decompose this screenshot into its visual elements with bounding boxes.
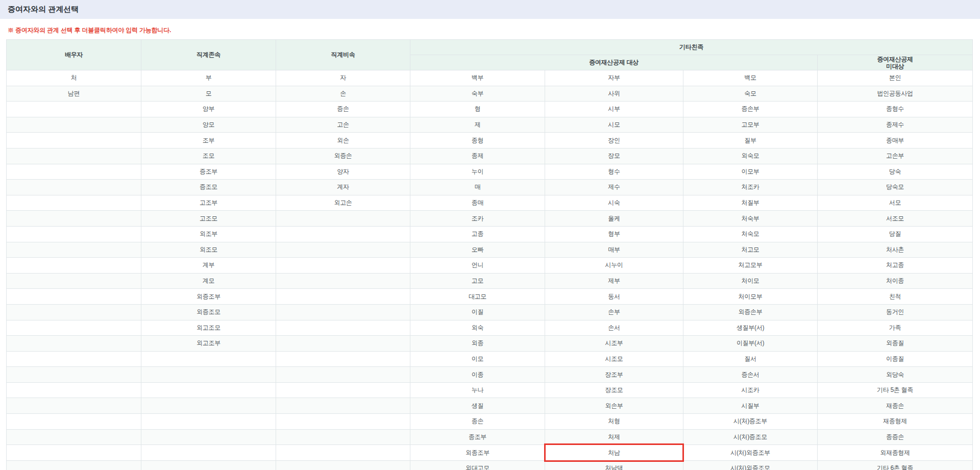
relation-cell[interactable]: 고모 xyxy=(410,273,545,289)
relation-cell[interactable]: 처고종 xyxy=(818,258,973,274)
relation-cell[interactable]: 시(처)외증조부 xyxy=(683,445,818,461)
relation-cell[interactable]: 외손부 xyxy=(545,398,683,414)
relation-cell[interactable]: 당질 xyxy=(818,226,973,242)
relation-cell[interactable]: 가족 xyxy=(818,320,973,336)
relation-cell[interactable]: 조부 xyxy=(141,133,276,149)
relation-cell[interactable]: 외증손 xyxy=(276,148,410,164)
relation-cell[interactable]: 조카 xyxy=(410,211,545,227)
relation-cell[interactable]: 시누이 xyxy=(545,258,683,274)
relation-cell[interactable]: 처숙부 xyxy=(683,211,818,227)
relation-cell[interactable]: 외증조모 xyxy=(141,304,276,320)
relation-cell[interactable]: 기타 5촌 혈족 xyxy=(818,382,973,398)
relation-cell[interactable]: 제수 xyxy=(545,180,683,195)
relation-cell[interactable]: 외종조부 xyxy=(410,445,545,461)
relation-cell[interactable]: 제 xyxy=(410,117,545,133)
relation-cell[interactable]: 백모 xyxy=(683,70,818,86)
relation-cell[interactable]: 질부 xyxy=(683,133,818,149)
relation-cell[interactable]: 외재종형제 xyxy=(818,445,973,461)
relation-cell[interactable]: 처질부 xyxy=(683,195,818,211)
relation-cell[interactable]: 서모 xyxy=(818,195,973,211)
relation-cell[interactable]: 처숙모 xyxy=(683,226,818,242)
relation-cell[interactable]: 증조부 xyxy=(141,164,276,180)
relation-cell[interactable]: 종형 xyxy=(410,133,545,149)
relation-cell[interactable]: 처조카 xyxy=(683,180,818,195)
relation-cell[interactable]: 법인공동사업 xyxy=(818,86,973,102)
relation-cell[interactable]: 이모 xyxy=(410,351,545,367)
relation-cell[interactable]: 대고모 xyxy=(410,289,545,305)
relation-cell[interactable]: 시숙 xyxy=(545,195,683,211)
relation-cell[interactable]: 외숙모 xyxy=(683,148,818,164)
relation-cell[interactable]: 재종손 xyxy=(818,398,973,414)
relation-cell[interactable]: 계부 xyxy=(141,258,276,274)
relation-cell[interactable]: 증조모 xyxy=(141,180,276,195)
relation-cell[interactable]: 종제 xyxy=(410,148,545,164)
relation-cell[interactable]: 본인 xyxy=(818,70,973,86)
relation-cell[interactable]: 고조모 xyxy=(141,211,276,227)
relation-cell[interactable]: 양자 xyxy=(276,164,410,180)
relation-cell[interactable]: 이모부 xyxy=(683,164,818,180)
relation-cell[interactable]: 시조카 xyxy=(683,382,818,398)
relation-cell[interactable]: 질서 xyxy=(683,351,818,367)
relation-cell[interactable]: 종제수 xyxy=(818,117,973,133)
relation-cell[interactable]: 사위 xyxy=(545,86,683,102)
relation-cell[interactable]: 양모 xyxy=(141,117,276,133)
relation-cell[interactable]: 처제 xyxy=(545,429,683,445)
relation-cell[interactable]: 이질부(서) xyxy=(683,336,818,352)
relation-cell[interactable]: 매 xyxy=(410,180,545,195)
relation-cell[interactable]: 당숙모 xyxy=(818,180,973,195)
relation-cell[interactable]: 생질 xyxy=(410,398,545,414)
relation-cell[interactable]: 고모부 xyxy=(683,117,818,133)
relation-cell[interactable]: 시(처)증조모 xyxy=(683,429,818,445)
relation-cell[interactable]: 처이종 xyxy=(818,273,973,289)
relation-cell[interactable]: 처형 xyxy=(545,414,683,430)
relation-cell[interactable]: 종손 xyxy=(410,414,545,430)
relation-cell[interactable]: 손서 xyxy=(545,320,683,336)
relation-cell[interactable]: 동거인 xyxy=(818,304,973,320)
relation-cell[interactable]: 친척 xyxy=(818,289,973,305)
relation-cell[interactable]: 숙모 xyxy=(683,86,818,102)
relation-cell[interactable]: 외종질 xyxy=(818,336,973,352)
relation-cell[interactable]: 누이 xyxy=(410,164,545,180)
relation-cell[interactable]: 동서 xyxy=(545,289,683,305)
relation-cell[interactable]: 재종형제 xyxy=(818,414,973,430)
relation-cell[interactable]: 외종 xyxy=(410,336,545,352)
relation-cell[interactable]: 누나 xyxy=(410,382,545,398)
relation-cell[interactable]: 시질부 xyxy=(683,398,818,414)
relation-cell[interactable]: 형 xyxy=(410,102,545,117)
relation-cell[interactable]: 자 xyxy=(276,70,410,86)
relation-cell[interactable]: 외고조모 xyxy=(141,320,276,336)
relation-cell[interactable]: 장조부 xyxy=(545,367,683,383)
relation-cell[interactable]: 종형수 xyxy=(818,102,973,117)
relation-cell[interactable]: 처 xyxy=(7,70,141,86)
relation-cell[interactable]: 종조부 xyxy=(410,429,545,445)
relation-cell[interactable]: 고종 xyxy=(410,226,545,242)
relation-cell[interactable]: 종매부 xyxy=(818,133,973,149)
relation-cell[interactable]: 이종 xyxy=(410,367,545,383)
relation-cell[interactable]: 종매 xyxy=(410,195,545,211)
relation-cell[interactable]: 장모 xyxy=(545,148,683,164)
relation-cell[interactable]: 외증손부 xyxy=(683,304,818,320)
relation-cell[interactable]: 손부 xyxy=(545,304,683,320)
relation-cell[interactable]: 백부 xyxy=(410,70,545,86)
relation-cell[interactable]: 이종질 xyxy=(818,351,973,367)
relation-cell[interactable]: 계자 xyxy=(276,180,410,195)
relation-cell[interactable]: 증손서 xyxy=(683,367,818,383)
relation-cell[interactable]: 외숙 xyxy=(410,320,545,336)
relation-cell[interactable]: 처사촌 xyxy=(818,242,973,258)
relation-cell[interactable]: 고손부 xyxy=(818,148,973,164)
relation-cell[interactable]: 올케 xyxy=(545,211,683,227)
relation-cell[interactable]: 시조부 xyxy=(545,336,683,352)
relation-cell[interactable]: 부 xyxy=(141,70,276,86)
relation-cell[interactable]: 외조부 xyxy=(141,226,276,242)
relation-cell[interactable]: 종증손 xyxy=(818,429,973,445)
relation-cell[interactable]: 언니 xyxy=(410,258,545,274)
relation-cell[interactable]: 형수 xyxy=(545,164,683,180)
relation-cell[interactable]: 오빠 xyxy=(410,242,545,258)
relation-cell[interactable]: 계모 xyxy=(141,273,276,289)
relation-cell[interactable]: 생질부(서) xyxy=(683,320,818,336)
relation-cell[interactable]: 처이모부 xyxy=(683,289,818,305)
relation-cell[interactable]: 처고모부 xyxy=(683,258,818,274)
relation-cell[interactable]: 외고손 xyxy=(276,195,410,211)
relation-cell[interactable]: 외고조부 xyxy=(141,336,276,352)
relation-cell[interactable]: 증손 xyxy=(276,102,410,117)
